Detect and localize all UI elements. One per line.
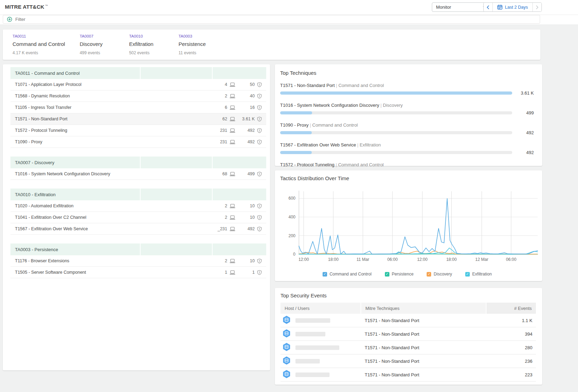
filter-input[interactable]: Filter — [3, 15, 540, 24]
tactic-event-count: 11 events — [179, 50, 213, 55]
tactic-id-link[interactable]: TA0007 — [80, 34, 114, 38]
security-event-row[interactable]: T1571 - Non-Standard Port1.1 K — [280, 314, 536, 327]
top-technique-tactic: Exfiltration — [360, 142, 381, 147]
redacted-host-name — [295, 345, 339, 350]
tactic-card[interactable]: TA0003Persistence11 events — [179, 34, 213, 60]
tactic-table-header: TA0011 - Command and Control — [10, 67, 266, 79]
top-technique-item[interactable]: T1571 - Non-Standard Port | Command and … — [280, 83, 534, 96]
security-event-row[interactable]: T1571 - Non-Standard Port236 — [280, 354, 536, 368]
computer-icon — [230, 105, 235, 110]
shield-alert-icon — [257, 105, 262, 110]
security-event-row[interactable]: T1571 - Non-Standard Port223 — [280, 368, 536, 382]
shield-alert-icon — [257, 82, 262, 87]
technique-name: T1071 - Application Layer Protocol — [15, 82, 213, 87]
computer-icon — [230, 215, 235, 220]
tactic-id-link[interactable]: TA0003 — [179, 34, 213, 38]
security-event-count: 1.1 K — [485, 318, 536, 323]
legend-item[interactable]: ✓Exfiltration — [465, 272, 492, 277]
event-count: 10 — [235, 258, 255, 263]
host-hexagon-icon — [283, 356, 291, 366]
tactic-event-count: 4.17 K events — [13, 50, 65, 55]
technique-row[interactable]: T1090 - Proxy231492 — [10, 136, 266, 148]
computer-icon — [230, 128, 235, 133]
tactic-table-header-cell — [213, 67, 266, 79]
technique-row[interactable]: T1505 - Server Software Component11 — [10, 267, 266, 278]
event-count: 40 — [235, 94, 255, 98]
security-event-host-cell — [280, 370, 361, 380]
top-technique-item[interactable]: T1090 - Proxy | Command and Control492 — [280, 122, 534, 135]
computer-icon — [230, 172, 235, 176]
technique-name: T1016 - System Network Configuration Dis… — [15, 171, 213, 176]
security-event-row[interactable]: T1571 - Non-Standard Port394 — [280, 327, 536, 341]
computer-icon — [230, 117, 235, 121]
svg-text:0: 0 — [293, 252, 295, 257]
technique-bar-track — [280, 131, 512, 134]
tactic-name: Exfiltration — [129, 41, 164, 47]
technique-row[interactable]: T1071 - Application Layer Protocol450 — [10, 79, 266, 90]
prev-period-button[interactable] — [484, 3, 493, 11]
security-events-column-header: # Events — [486, 303, 536, 314]
date-range-label: Last 2 Days — [505, 5, 528, 10]
top-technique-item[interactable]: T1567 - Exfiltration Over Web Service | … — [280, 142, 534, 155]
computer-icon — [230, 140, 235, 144]
security-event-row[interactable]: T1571 - Non-Standard Port280 — [280, 341, 536, 354]
page-title-text: MITRE ATT&CK — [5, 4, 44, 10]
svg-text:600: 600 — [288, 196, 295, 201]
top-technique-name: T1572 - Protocol Tunneling — [280, 162, 334, 167]
header-zone: MITRE ATT&CK™ Monitor Last 2 Days Filter — [0, 0, 578, 24]
legend-checkbox[interactable]: ✓ — [323, 272, 327, 277]
legend-item[interactable]: ✓Discovery — [427, 272, 452, 277]
tactic-summary-card: TA0011Command and Control4.17 K eventsTA… — [3, 30, 540, 60]
security-event-technique: T1571 - Non-Standard Port — [361, 331, 485, 337]
computer-icon — [230, 259, 235, 263]
legend-item[interactable]: ✓Command and Control — [323, 272, 372, 277]
top-technique-tactic: Discovery — [383, 103, 403, 108]
mode-select[interactable]: Monitor — [432, 2, 490, 12]
technique-row[interactable]: T1567 - Exfiltration Over Web Service_23… — [10, 223, 266, 235]
legend-checkbox[interactable]: ✓ — [465, 272, 470, 277]
event-count: 10 — [235, 203, 255, 208]
legend-label: Command and Control — [330, 272, 372, 277]
tactic-card[interactable]: TA0010Exfiltration502 events — [129, 34, 164, 60]
computer-icon — [230, 227, 235, 231]
technique-row[interactable]: T1016 - System Network Configuration Dis… — [10, 168, 266, 180]
technique-bar-value: 492 — [512, 150, 534, 155]
computer-icon — [230, 140, 235, 144]
tactic-id-link[interactable]: TA0011 — [13, 34, 65, 38]
top-techniques-panel: Top Techniques T1571 - Non-Standard Port… — [275, 64, 542, 166]
tactic-card[interactable]: TA0007Discovery499 events — [80, 34, 114, 60]
top-techniques-list: T1571 - Non-Standard Port | Command and … — [280, 83, 534, 175]
host-count: 6 — [213, 105, 227, 110]
technique-row[interactable]: T1572 - Protocol Tunneling231492 — [10, 125, 266, 136]
technique-row[interactable]: T1571 - Non-Standard Port623.61 K — [10, 113, 266, 125]
legend-item[interactable]: ✓Persistence — [385, 272, 414, 277]
techniques-panel: TA0011 - Command and ControlT1071 - Appl… — [3, 64, 270, 370]
event-count: 16 — [235, 105, 255, 110]
host-count: 2 — [213, 215, 227, 220]
redacted-host-name — [295, 332, 325, 336]
shield-alert-icon — [257, 171, 262, 177]
shield-alert-icon — [257, 171, 262, 177]
computer-icon — [230, 204, 235, 208]
legend-checkbox[interactable]: ✓ — [385, 272, 389, 277]
tactic-table-header-label: TA0003 - Persistence — [10, 243, 140, 255]
tactic-table-header-cell — [141, 243, 212, 255]
technique-name: T1567 - Exfiltration Over Web Service — [15, 226, 213, 231]
next-period-button[interactable] — [533, 3, 541, 11]
host-count: _231 — [213, 226, 227, 231]
technique-row[interactable]: T1105 - Ingress Tool Transfer616 — [10, 102, 266, 113]
svg-text:18:00: 18:00 — [446, 257, 457, 262]
tactic-card[interactable]: TA0011Command and Control4.17 K events — [13, 34, 65, 60]
technique-row[interactable]: T1041 - Exfiltration Over C2 Channel210 — [10, 212, 266, 223]
tactic-id-link[interactable]: TA0010 — [129, 34, 164, 38]
technique-row[interactable]: T1176 - Browser Extensions210 — [10, 255, 266, 267]
top-technique-item[interactable]: T1016 - System Network Configuration Dis… — [280, 103, 534, 115]
date-range-button[interactable]: Last 2 Days — [493, 3, 533, 11]
tactic-table-header-cell — [141, 157, 212, 168]
event-count: 50 — [235, 82, 255, 87]
technique-row[interactable]: T1568 - Dynamic Resolution240 — [10, 90, 266, 102]
technique-row[interactable]: T1020 - Automated Exfiltration210 — [10, 200, 266, 212]
shield-alert-icon — [257, 128, 262, 133]
tactic-table: TA0011 - Command and ControlT1071 - Appl… — [10, 67, 266, 148]
legend-checkbox[interactable]: ✓ — [427, 272, 431, 277]
